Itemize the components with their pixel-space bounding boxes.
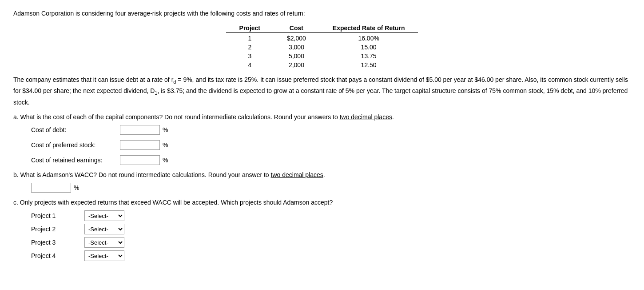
cost-of-preferred-label: Cost of preferred stock: <box>31 141 120 149</box>
cost-of-preferred-row: Cost of preferred stock: % <box>31 140 631 150</box>
cost-of-retained-percent: % <box>163 157 168 164</box>
question-c-label: c. Only projects with expected returns t… <box>13 199 631 206</box>
table-cell-project: 3 <box>226 52 274 60</box>
project-2-select-row: Project 2-Select-AcceptReject <box>31 224 631 234</box>
project-2-label: Project 2 <box>31 226 84 233</box>
project-3-select-row: Project 3-Select-AcceptReject <box>31 237 631 248</box>
table-cell-project: 2 <box>226 43 274 52</box>
project-1-select-row: Project 1-Select-AcceptReject <box>31 210 631 221</box>
description-text: The company estimates that it can issue … <box>13 75 631 107</box>
project-table: Project Cost Expected Rate of Return 1$2… <box>226 24 418 69</box>
project-2-select[interactable]: -Select-AcceptReject <box>84 224 124 234</box>
wacc-percent: % <box>74 184 79 191</box>
cost-of-debt-label: Cost of debt: <box>31 126 120 133</box>
cost-of-preferred-percent: % <box>163 141 168 149</box>
col-header-cost: Cost <box>274 24 319 33</box>
table-cell-rate: 12.50 <box>319 60 418 69</box>
question-a-label: a. What is the cost of each of the capit… <box>13 113 631 121</box>
cost-of-preferred-input[interactable] <box>120 140 160 150</box>
project-1-select[interactable]: -Select-AcceptReject <box>84 210 124 221</box>
table-cell-project: 1 <box>226 33 274 43</box>
table-row: 42,00012.50 <box>226 60 418 69</box>
project-1-label: Project 1 <box>31 212 84 219</box>
col-header-rate: Expected Rate of Return <box>319 24 418 33</box>
project-3-select[interactable]: -Select-AcceptReject <box>84 237 124 248</box>
table-cell-cost: 3,000 <box>274 43 319 52</box>
table-cell-project: 4 <box>226 60 274 69</box>
table-cell-rate: 16.00% <box>319 33 418 43</box>
project-4-select-row: Project 4-Select-AcceptReject <box>31 250 631 261</box>
question-b: b. What is Adamson's WACC? Do not round … <box>13 171 631 193</box>
wacc-input[interactable] <box>31 183 71 193</box>
table-row: 1$2,00016.00% <box>226 33 418 43</box>
table-cell-rate: 13.75 <box>319 52 418 60</box>
project-4-label: Project 4 <box>31 252 84 259</box>
wacc-row: % <box>31 183 631 193</box>
table-cell-cost: 2,000 <box>274 60 319 69</box>
col-header-project: Project <box>226 24 274 33</box>
table-cell-rate: 15.00 <box>319 43 418 52</box>
cost-of-retained-row: Cost of retained earnings: % <box>31 155 631 165</box>
project-select-section: Project 1-Select-AcceptRejectProject 2-S… <box>31 210 631 261</box>
question-c: c. Only projects with expected returns t… <box>13 199 631 261</box>
intro-text: Adamson Corporation is considering four … <box>13 9 631 18</box>
question-b-label: b. What is Adamson's WACC? Do not round … <box>13 171 631 178</box>
cost-of-retained-label: Cost of retained earnings: <box>31 157 120 164</box>
table-cell-cost: 5,000 <box>274 52 319 60</box>
project-4-select[interactable]: -Select-AcceptReject <box>84 250 124 261</box>
table-row: 23,00015.00 <box>226 43 418 52</box>
table-cell-cost: $2,000 <box>274 33 319 43</box>
question-a: a. What is the cost of each of the capit… <box>13 113 631 165</box>
table-row: 35,00013.75 <box>226 52 418 60</box>
cost-of-debt-percent: % <box>163 126 168 133</box>
cost-of-debt-input[interactable] <box>120 125 160 135</box>
cost-of-retained-input[interactable] <box>120 155 160 165</box>
cost-of-debt-row: Cost of debt: % <box>31 125 631 135</box>
project-3-label: Project 3 <box>31 239 84 246</box>
